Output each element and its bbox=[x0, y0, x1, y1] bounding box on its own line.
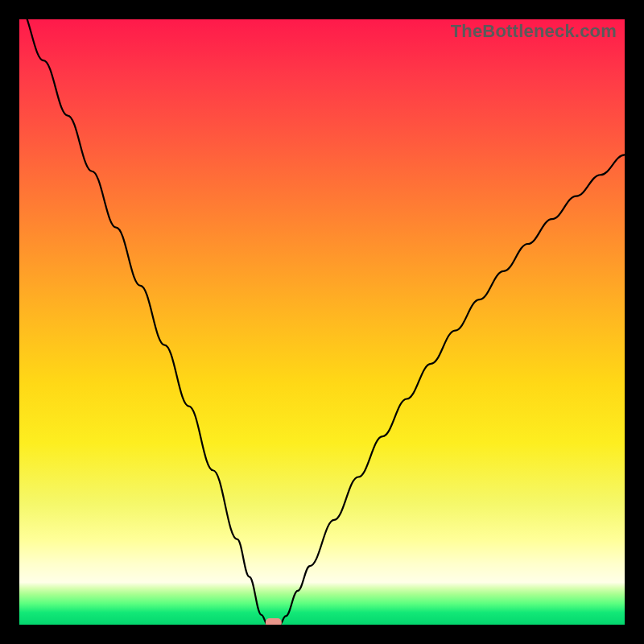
plot-area: TheBottleneck.com bbox=[19, 19, 625, 625]
minimum-marker bbox=[266, 618, 282, 625]
bottleneck-curve-path bbox=[19, 19, 625, 625]
bottleneck-curve-svg bbox=[19, 19, 625, 625]
chart-frame: TheBottleneck.com bbox=[0, 0, 644, 644]
